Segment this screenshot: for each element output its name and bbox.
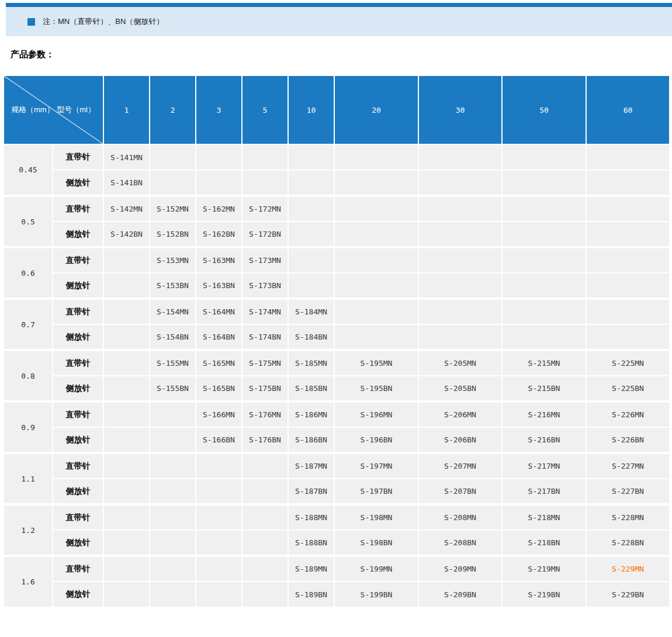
needle-type-cell: 直带针 [53,299,103,324]
model-cell: S-188MN [288,504,334,530]
empty-cell [502,324,586,350]
model-cell: S-228BN [586,530,670,556]
table-row: 1.6直带针S-189MNS-199MNS-209MNS-219MNS-229M… [4,556,670,581]
empty-cell [103,530,150,556]
empty-cell [103,376,150,401]
empty-cell [103,453,150,479]
model-cell: S-154MN [150,299,196,324]
table-row: 侧放针S-166BNS-176BNS-186BNS-196BNS-206BNS-… [4,427,670,453]
empty-cell [150,504,196,530]
empty-cell [242,453,288,479]
column-header: 1 [103,75,150,144]
empty-cell [242,170,288,196]
empty-cell [103,401,150,427]
empty-cell [288,144,334,170]
note-text: 注：MN（直带针）、BN（侧放针） [43,16,164,27]
model-axis-label: 型号（ml） [57,105,95,115]
empty-cell [586,324,670,350]
empty-cell [418,144,502,170]
empty-cell [196,581,242,607]
table-row: 0.7直带针S-154MNS-164MNS-174MNS-184MN [4,299,670,324]
model-cell: S-162MN [196,196,242,221]
needle-type-cell: 侧放针 [53,479,103,504]
empty-cell [586,221,670,247]
empty-cell [196,479,242,504]
table-row: 0.9直带针S-166MNS-176MNS-186MNS-196MNS-206M… [4,401,670,427]
empty-cell [150,144,196,170]
empty-cell [103,427,150,453]
table-row: 侧放针S-141BN [4,170,670,196]
empty-cell [586,273,670,299]
spec-cell: 1.6 [4,556,53,607]
model-cell: S-215MN [502,350,586,376]
column-header: 3 [196,75,242,144]
model-cell: S-225BN [586,376,670,401]
empty-cell [418,221,502,247]
model-cell: S-196BN [334,427,418,453]
table-row: 侧放针S-154BNS-164BNS-174BNS-184BN [4,324,670,350]
table-row: 侧放针S-188BNS-198BNS-208BNS-218BNS-228BN [4,530,670,556]
model-cell: S-176MN [242,401,288,427]
spec-axis-label: 规格（mm） [11,105,54,115]
model-cell: S-217BN [502,479,586,504]
empty-cell [103,556,150,581]
spec-cell: 0.6 [4,247,53,299]
note-panel: 注：MN（直带针）、BN（侧放针） [6,7,672,36]
model-cell: S-206MN [418,401,502,427]
table-row: 侧放针S-189BNS-199BNS-209BNS-219BNS-229BN [4,581,670,607]
empty-cell [150,479,196,504]
table-row: 侧放针S-142BNS-152BNS-162BNS-172BN [4,221,670,247]
model-cell: S-141BN [103,170,150,196]
spec-cell: 1.1 [4,453,53,504]
table-row: 侧放针S-187BNS-197BNS-207BNS-217BNS-227BN [4,479,670,504]
empty-cell [586,299,670,324]
model-cell: S-197BN [334,479,418,504]
model-cell: S-207BN [418,479,502,504]
spec-cell: 0.7 [4,299,53,350]
model-cell: S-195MN [334,350,418,376]
empty-cell [288,247,334,273]
top-accent-bar [6,3,672,7]
model-cell: S-163MN [196,247,242,273]
table-row: 0.8直带针S-155MNS-165MNS-175MNS-185MNS-195M… [4,350,670,376]
model-cell: S-219MN [502,556,586,581]
model-cell: S-184MN [288,299,334,324]
model-cell: S-196MN [334,401,418,427]
model-cell: S-187MN [288,453,334,479]
model-cell: S-155MN [150,350,196,376]
note-bullet-icon [27,18,35,26]
model-cell: S-176BN [242,427,288,453]
model-cell: S-205BN [418,376,502,401]
empty-cell [502,144,586,170]
column-header: 60 [586,75,670,144]
model-cell: S-227MN [586,453,670,479]
empty-cell [418,196,502,221]
empty-cell [196,170,242,196]
empty-cell [334,196,418,221]
empty-cell [586,196,670,221]
table-row: 0.45直带针S-141MN [4,144,670,170]
model-cell: S-226BN [586,427,670,453]
spec-cell: 0.5 [4,196,53,247]
needle-type-cell: 侧放针 [53,376,103,401]
empty-cell [242,504,288,530]
empty-cell [502,247,586,273]
empty-cell [334,221,418,247]
model-cell: S-205MN [418,350,502,376]
empty-cell [103,273,150,299]
column-header: 50 [502,75,586,144]
empty-cell [103,504,150,530]
model-cell: S-189BN [288,581,334,607]
empty-cell [288,273,334,299]
needle-type-cell: 侧放针 [53,221,103,247]
model-cell: S-206BN [418,427,502,453]
needle-type-cell: 直带针 [53,504,103,530]
empty-cell [150,170,196,196]
model-cell: S-173MN [242,247,288,273]
model-cell: S-216MN [502,401,586,427]
spec-cell: 0.8 [4,350,53,401]
model-cell: S-198MN [334,504,418,530]
needle-type-cell: 侧放针 [53,324,103,350]
model-cell: S-174BN [242,324,288,350]
model-cell: S-229MN [586,556,670,581]
